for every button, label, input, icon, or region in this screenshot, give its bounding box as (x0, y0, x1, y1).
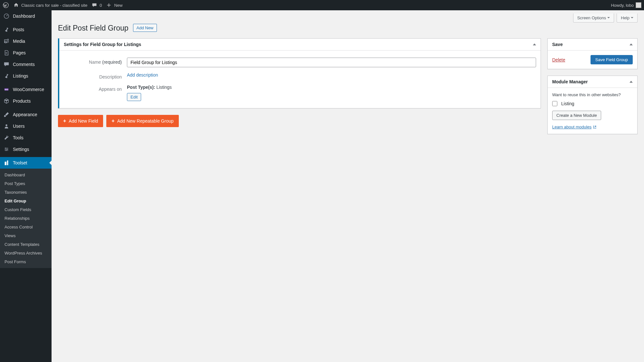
sidebar-item-label: Listings (13, 73, 28, 79)
sidebar-item-comments[interactable]: Comments (0, 59, 52, 70)
screen-options-tab[interactable]: Screen Options (573, 14, 614, 23)
sidebar-item-toolset[interactable]: Toolset (0, 157, 52, 169)
site-home-link[interactable]: Classic cars for sale - classified site (13, 2, 87, 8)
new-content-link[interactable]: New (106, 2, 122, 8)
sidebar-item-label: Users (13, 124, 25, 129)
submenu-item-post-types[interactable]: Post Types (0, 179, 52, 188)
main-content: Screen Options Help Edit Post Field Grou… (52, 10, 644, 362)
add-description-link[interactable]: Add description (127, 72, 158, 78)
submenu-item-dashboard[interactable]: Dashboard (0, 171, 52, 179)
add-new-field-button[interactable]: + Add New Field (58, 115, 103, 127)
page-title: Edit Post Field Group (58, 24, 129, 32)
sidebar-item-settings[interactable]: Settings (0, 144, 52, 155)
screen-options-label: Screen Options (577, 15, 606, 20)
description-label: Description (99, 74, 122, 79)
submenu-item-access-control[interactable]: Access Control (0, 223, 52, 231)
sidebar-item-appearance[interactable]: Appearance (0, 109, 52, 120)
edit-appears-button[interactable]: Edit (127, 93, 141, 101)
sidebar-item-listings[interactable]: Listings (0, 70, 52, 82)
media-icon (3, 38, 10, 44)
howdy-text: Howdy, lobo (611, 3, 634, 8)
sidebar-item-label: WooCommerce (13, 87, 44, 92)
name-label: Name (89, 60, 101, 65)
help-label: Help (621, 15, 630, 20)
sidebar-item-label: Comments (13, 62, 35, 67)
sidebar-item-label: Media (13, 39, 25, 44)
collapse-icon[interactable] (630, 43, 633, 45)
submenu-item-views[interactable]: Views (0, 231, 52, 240)
delete-link[interactable]: Delete (552, 57, 565, 62)
user-icon (3, 123, 10, 129)
create-module-button[interactable]: Create a New Module (552, 111, 601, 120)
site-title: Classic cars for sale - classified site (21, 3, 87, 8)
admin-toolbar: Classic cars for sale - classified site … (0, 0, 644, 10)
howdy-account-link[interactable]: Howdy, lobo (611, 2, 641, 8)
collapse-icon[interactable] (533, 43, 536, 45)
settings-panel: Settings for Field Group for Listings Na… (58, 38, 541, 108)
comments-link[interactable]: 0 (91, 2, 102, 8)
avatar-icon (636, 2, 641, 8)
sidebar-item-dashboard[interactable]: Dashboard (0, 10, 52, 22)
save-panel-heading: Save (552, 42, 563, 47)
sidebar-item-posts[interactable]: Posts (0, 24, 52, 35)
submenu-item-taxonomies[interactable]: Taxonomies (0, 188, 52, 197)
learn-about-modules-link[interactable]: Learn about modules (552, 125, 597, 129)
submenu-item-edit-group[interactable]: Edit Group (0, 197, 52, 205)
sidebar-item-pages[interactable]: Pages (0, 47, 52, 59)
external-link-icon (593, 125, 597, 129)
module-question-text: Want to reuse this in other websites? (552, 92, 633, 97)
collapse-icon[interactable] (630, 81, 633, 83)
toolset-submenu: DashboardPost TypesTaxonomiesEdit GroupC… (0, 169, 52, 268)
wrench-icon (3, 135, 10, 141)
pin-icon (3, 73, 10, 79)
add-repeatable-group-label: Add New Repeatable Group (117, 118, 174, 124)
sidebar-item-label: Posts (13, 27, 24, 32)
dashboard-icon (3, 13, 10, 19)
svg-point-6 (5, 148, 6, 149)
submenu-item-content-templates[interactable]: Content Templates (0, 240, 52, 249)
appears-on-label: Appears on (99, 87, 122, 92)
new-label: New (114, 3, 122, 8)
sidebar-item-media[interactable]: Media (0, 35, 52, 47)
sidebar-item-products[interactable]: Products (0, 95, 52, 107)
sidebar-item-label: Pages (13, 50, 26, 55)
post-types-label: Post Type(s): (127, 85, 155, 90)
settings-icon (3, 146, 10, 153)
comments-count: 0 (100, 3, 102, 8)
sidebar-item-label: Tools (13, 135, 24, 140)
settings-panel-heading: Settings for Field Group for Listings (64, 42, 141, 47)
sidebar-item-users[interactable]: Users (0, 120, 52, 132)
listing-checkbox-label: Listing (561, 101, 574, 106)
sidebar-item-label: Dashboard (13, 14, 35, 19)
listing-checkbox[interactable] (552, 101, 557, 106)
save-field-group-button[interactable]: Save Field Group (591, 55, 633, 64)
svg-text:WOO: WOO (5, 89, 8, 90)
module-manager-panel: Module Manager Want to reuse this in oth… (547, 76, 638, 134)
add-repeatable-group-button[interactable]: + Add New Repeatable Group (106, 115, 178, 127)
woo-icon: WOO (3, 86, 10, 93)
required-label: (required) (102, 60, 122, 65)
add-new-button[interactable]: Add New (133, 24, 157, 32)
sidebar-item-woocommerce[interactable]: WOOWooCommerce (0, 84, 52, 95)
plus-icon (106, 2, 112, 8)
sidebar-item-label: Products (13, 98, 31, 104)
submenu-item-post-forms[interactable]: Post Forms (0, 257, 52, 266)
submenu-item-wordpress-archives[interactable]: WordPress Archives (0, 249, 52, 257)
wordpress-logo-icon[interactable] (3, 2, 9, 8)
brush-icon (3, 111, 10, 118)
submenu-item-custom-fields[interactable]: Custom Fields (0, 205, 52, 214)
sidebar-item-tools[interactable]: Tools (0, 132, 52, 144)
learn-link-label: Learn about modules (552, 125, 591, 129)
pin-icon (3, 26, 10, 33)
products-icon (3, 98, 10, 104)
plus-icon: + (111, 118, 114, 124)
svg-point-8 (6, 150, 7, 151)
field-group-name-input[interactable] (127, 58, 536, 67)
comment-icon (3, 61, 10, 68)
help-tab[interactable]: Help (617, 14, 638, 23)
pages-icon (3, 50, 10, 56)
module-manager-heading: Module Manager (552, 79, 588, 84)
submenu-item-relationships[interactable]: Relationships (0, 214, 52, 223)
add-new-field-label: Add New Field (69, 118, 98, 124)
svg-point-7 (7, 149, 8, 150)
